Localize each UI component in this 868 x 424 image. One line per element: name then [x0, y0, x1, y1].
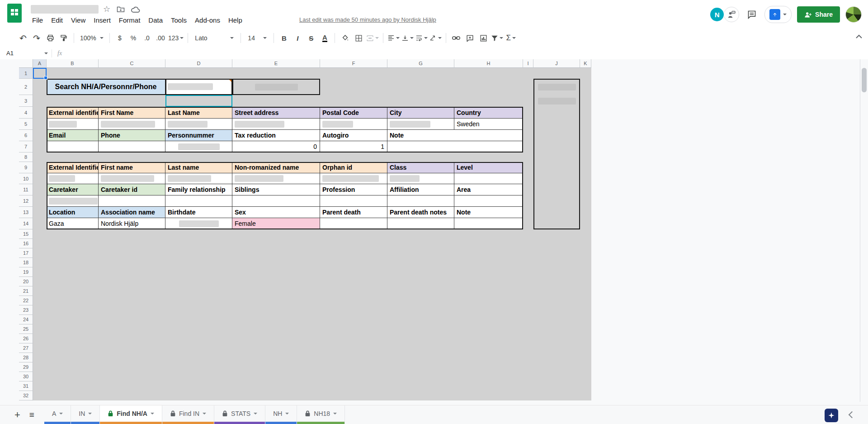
menu-insert[interactable]: Insert: [90, 15, 115, 25]
text-color-button[interactable]: A: [319, 32, 330, 44]
document-title-redacted[interactable]: [31, 5, 99, 14]
vertical-align-button[interactable]: [401, 32, 414, 44]
cell-B13[interactable]: Location: [47, 207, 99, 218]
cell-D5[interactable]: [165, 119, 232, 130]
print-button[interactable]: [44, 32, 56, 44]
text-wrap-button[interactable]: [415, 32, 428, 44]
cell-E11[interactable]: Siblings: [232, 184, 320, 195]
sheet-tab-stats[interactable]: STATS: [214, 405, 265, 424]
fill-color-button[interactable]: [339, 32, 351, 44]
filter-button[interactable]: [491, 32, 503, 44]
cell-D6[interactable]: Personnummer: [165, 130, 232, 141]
decrease-decimals-button[interactable]: .0: [141, 32, 153, 44]
row-header-11[interactable]: 11: [19, 184, 33, 195]
cell-C6[interactable]: Phone: [99, 130, 165, 141]
explore-button[interactable]: [825, 409, 838, 422]
menu-tools[interactable]: Tools: [167, 15, 191, 25]
cell-D7[interactable]: [165, 141, 232, 152]
row-header-7[interactable]: 7: [19, 141, 33, 152]
col-header-A[interactable]: A: [33, 59, 47, 67]
cell-C9[interactable]: First name: [99, 162, 165, 173]
cell-C14[interactable]: Nordisk Hjälp: [99, 218, 165, 229]
name-box[interactable]: A1: [0, 50, 52, 57]
row-header-10[interactable]: 10: [19, 173, 33, 184]
cell-E12[interactable]: [232, 195, 320, 207]
cell-E2[interactable]: [232, 79, 320, 95]
cell-H10[interactable]: [454, 173, 523, 184]
text-rotation-button[interactable]: [429, 32, 442, 44]
col-header-K[interactable]: K: [580, 59, 591, 67]
cell-F7[interactable]: 1: [320, 141, 387, 152]
row-header-8[interactable]: 8: [19, 152, 33, 162]
menu-data[interactable]: Data: [144, 15, 167, 25]
row-header-15[interactable]: 15: [19, 229, 33, 239]
cell-B12[interactable]: [47, 195, 99, 207]
comment-history-button[interactable]: [745, 7, 759, 22]
insert-chart-button[interactable]: [477, 32, 489, 44]
move-folder-icon[interactable]: [117, 5, 125, 14]
col-header-J[interactable]: J: [533, 59, 580, 67]
insert-link-button[interactable]: [450, 32, 462, 44]
cell-G10[interactable]: [387, 173, 454, 184]
row-header-18[interactable]: 18: [19, 258, 33, 267]
tab-dropdown-caret[interactable]: [333, 413, 337, 414]
undo-button[interactable]: ↶: [17, 32, 29, 44]
cell-F10[interactable]: [320, 173, 387, 184]
cell-B5[interactable]: [47, 119, 99, 130]
cell-D11[interactable]: Family relationship: [165, 184, 232, 195]
horizontal-align-button[interactable]: [387, 32, 400, 44]
cell-C10[interactable]: [99, 173, 165, 184]
cell-C5[interactable]: [99, 119, 165, 130]
row-header-23[interactable]: 23: [19, 305, 33, 315]
menu-view[interactable]: View: [67, 15, 90, 25]
functions-button[interactable]: Σ: [505, 32, 517, 44]
select-all-corner[interactable]: [19, 59, 33, 68]
menu-add-ons[interactable]: Add-ons: [191, 15, 224, 25]
add-sheet-button[interactable]: +: [14, 410, 20, 419]
cell-D4[interactable]: Last Name: [165, 107, 232, 119]
tab-dropdown-caret[interactable]: [203, 413, 206, 414]
cell-H12[interactable]: [454, 195, 523, 207]
cell-G9[interactable]: Class: [387, 162, 454, 173]
col-header-G[interactable]: G: [387, 59, 454, 67]
cell-E9[interactable]: Non-romanized name: [232, 162, 320, 173]
bold-button[interactable]: B: [278, 32, 290, 44]
row-header-13[interactable]: 13: [19, 207, 33, 218]
col-header-I[interactable]: I: [523, 59, 533, 67]
col-header-H[interactable]: H: [454, 59, 523, 67]
cell-G4[interactable]: City: [387, 107, 454, 119]
row-header-3[interactable]: 3: [19, 95, 33, 107]
menu-format[interactable]: Format: [115, 15, 145, 25]
cell-F9[interactable]: Orphan id: [320, 162, 387, 173]
col-header-C[interactable]: C: [99, 59, 165, 67]
cell-E13[interactable]: Sex: [232, 207, 320, 218]
star-icon[interactable]: ☆: [103, 5, 110, 14]
collaborator-avatar[interactable]: N: [709, 7, 725, 22]
vertical-scrollbar[interactable]: [860, 59, 868, 402]
col-header-B[interactable]: B: [47, 59, 99, 67]
tab-dropdown-caret[interactable]: [88, 413, 92, 414]
cell-C4[interactable]: First Name: [99, 107, 165, 119]
tab-dropdown-caret[interactable]: [254, 413, 257, 414]
cell-G14[interactable]: [387, 218, 454, 229]
row-header-25[interactable]: 25: [19, 324, 33, 334]
cell-J2[interactable]: [533, 79, 580, 95]
merge-cells-button[interactable]: [366, 32, 379, 44]
sheets-logo-icon[interactable]: [7, 4, 22, 23]
cell-D2[interactable]: [165, 79, 232, 95]
row-header-4[interactable]: 4: [19, 107, 33, 119]
menu-edit[interactable]: Edit: [47, 15, 67, 25]
font-size-select[interactable]: 14: [245, 32, 269, 44]
cell-G7[interactable]: [387, 141, 523, 152]
sheet-tab-a[interactable]: A: [44, 405, 71, 424]
cell-D9[interactable]: Last name: [165, 162, 232, 173]
row-header-16[interactable]: 16: [19, 239, 33, 248]
sheet-tab-find-in[interactable]: Find IN: [162, 405, 214, 424]
sheet-tab-find-nh-a[interactable]: Find NH/A: [100, 405, 162, 424]
cell-H4[interactable]: Country: [454, 107, 523, 119]
cell-H9[interactable]: Level: [454, 162, 523, 173]
cell-F5[interactable]: [320, 119, 387, 130]
paint-format-button[interactable]: [58, 32, 70, 44]
row-header-2[interactable]: 2: [19, 79, 33, 95]
cell-G12[interactable]: [387, 195, 454, 207]
